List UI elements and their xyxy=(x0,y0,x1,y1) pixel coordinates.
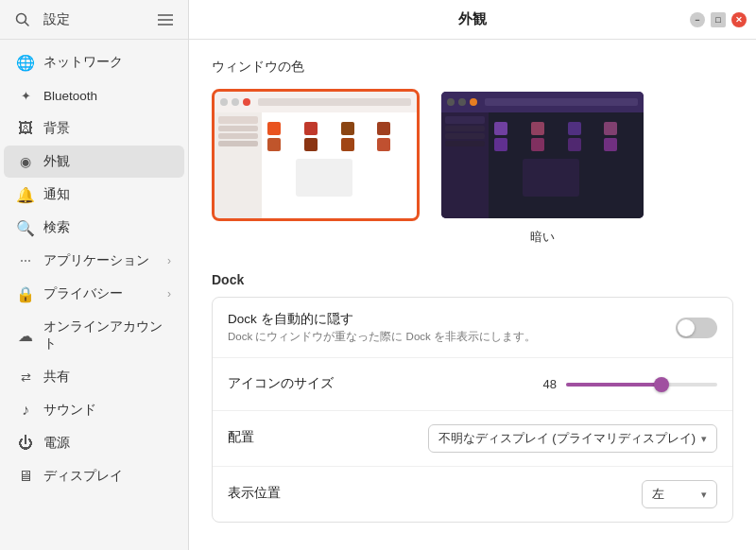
notifications-icon: 🔔 xyxy=(17,186,34,203)
svg-line-1 xyxy=(26,22,29,26)
minimize-button[interactable]: − xyxy=(690,12,705,27)
icon-size-control: 48 xyxy=(534,377,717,391)
close-button[interactable]: ✕ xyxy=(731,12,747,27)
position-chevron-icon: ▾ xyxy=(701,489,707,501)
sidebar-label-power: 電源 xyxy=(43,435,171,452)
auto-hide-toggle[interactable] xyxy=(676,318,717,338)
sidebar-label-sharing: 共有 xyxy=(43,369,171,386)
icon-size-slider[interactable] xyxy=(566,383,717,387)
position-info: 表示位置 xyxy=(228,485,642,504)
online-accounts-icon: ☁ xyxy=(17,327,34,344)
placement-control: 不明なディスプレイ (プライマリディスプレイ) ▾ xyxy=(428,424,717,453)
auto-hide-info: Dock を自動的に隠す Dock にウィンドウが重なった際に Dock を非表… xyxy=(228,311,676,344)
sidebar-item-display[interactable]: 🖥 ディスプレイ xyxy=(4,460,184,492)
placement-value: 不明なディスプレイ (プライマリディスプレイ) xyxy=(438,430,696,447)
color-options: 明るい xyxy=(212,89,733,246)
sidebar-nav: 🌐 ネットワーク ✦ Bluetooth 🖼 背景 ◉ 外観 🔔 通知 🔍 検索 xyxy=(0,40,188,550)
sidebar-item-network[interactable]: 🌐 ネットワーク xyxy=(4,46,184,78)
main-header: 外観 − □ ✕ xyxy=(189,0,756,40)
privacy-icon: 🔒 xyxy=(17,285,34,302)
sidebar-item-power[interactable]: ⏻ 電源 xyxy=(4,427,184,459)
light-preview-body xyxy=(215,112,417,218)
dark-main xyxy=(489,112,644,218)
sidebar-title: 設定 xyxy=(43,11,145,28)
dark-dot-2 xyxy=(458,98,466,106)
window-color-section: ウィンドウの色 xyxy=(212,59,733,246)
auto-hide-label: Dock を自動的に隠す xyxy=(228,311,676,328)
dock-row-position: 表示位置 左 ▾ xyxy=(213,467,732,522)
search-icon: 🔍 xyxy=(17,219,34,236)
dock-section: Dock Dock を自動的に隠す Dock にウィンドウが重なった際に Doc… xyxy=(212,272,733,523)
sidebar-item-notifications[interactable]: 🔔 通知 xyxy=(4,179,184,211)
menu-button[interactable] xyxy=(152,7,179,33)
color-option-dark[interactable]: 暗い xyxy=(438,89,646,246)
sidebar-label-applications: アプリケーション xyxy=(43,252,158,269)
sidebar-item-sound[interactable]: ♪ サウンド xyxy=(4,394,184,426)
sidebar-item-sharing[interactable]: ⇄ 共有 xyxy=(4,361,184,393)
preview-dot-1 xyxy=(220,98,228,106)
sound-icon: ♪ xyxy=(17,402,34,419)
sidebar: 設定 🌐 ネットワーク ✦ Bluetooth 🖼 背景 ◉ 外観 xyxy=(0,0,189,550)
window-controls: − □ ✕ xyxy=(690,12,747,27)
network-icon: 🌐 xyxy=(17,54,34,71)
light-main xyxy=(262,112,417,218)
dark-theme-label: 暗い xyxy=(530,229,555,246)
page-title: 外観 xyxy=(458,10,487,28)
dock-row-auto-hide: Dock を自動的に隠す Dock にウィンドウが重なった際に Dock を非表… xyxy=(213,298,732,358)
icon-size-value: 48 xyxy=(534,377,557,391)
sidebar-item-online-accounts[interactable]: ☁ オンラインアカウント xyxy=(4,311,184,360)
sidebar-item-bluetooth[interactable]: ✦ Bluetooth xyxy=(4,79,184,112)
sidebar-label-search: 検索 xyxy=(43,219,171,236)
dock-row-placement: 配置 不明なディスプレイ (プライマリディスプレイ) ▾ xyxy=(213,411,732,467)
sidebar-header: 設定 xyxy=(0,0,188,40)
sidebar-item-appearance[interactable]: ◉ 外観 xyxy=(4,146,184,178)
privacy-chevron-icon: › xyxy=(167,287,171,301)
slider-fill xyxy=(566,383,657,387)
placement-label: 配置 xyxy=(228,429,428,446)
sidebar-label-background: 背景 xyxy=(43,120,171,137)
sharing-icon: ⇄ xyxy=(17,369,34,386)
sidebar-item-applications[interactable]: ⋯ アプリケーション › xyxy=(4,245,184,277)
background-icon: 🖼 xyxy=(17,120,34,137)
sidebar-item-search[interactable]: 🔍 検索 xyxy=(4,212,184,244)
preview-dot-2 xyxy=(232,98,239,106)
appearance-icon: ◉ xyxy=(17,153,34,170)
placement-chevron-icon: ▾ xyxy=(701,433,707,445)
icon-size-label: アイコンのサイズ xyxy=(228,375,534,392)
search-button[interactable] xyxy=(9,7,36,33)
dark-dot-1 xyxy=(447,98,455,106)
icon-size-info: アイコンのサイズ xyxy=(228,375,534,394)
dock-settings-panel: Dock を自動的に隠す Dock にウィンドウが重なった際に Dock を非表… xyxy=(212,297,733,523)
light-sidebar xyxy=(215,112,262,218)
main-content: ウィンドウの色 xyxy=(189,40,756,550)
dock-title: Dock xyxy=(212,272,733,287)
preview-dot-close xyxy=(243,98,250,106)
sidebar-label-sound: サウンド xyxy=(43,402,171,419)
applications-chevron-icon: › xyxy=(167,254,171,267)
position-dropdown[interactable]: 左 ▾ xyxy=(642,480,717,508)
sidebar-label-privacy: プライバシー xyxy=(43,285,158,302)
applications-icon: ⋯ xyxy=(17,252,34,269)
dock-row-icon-size: アイコンのサイズ 48 xyxy=(213,358,732,411)
slider-thumb[interactable] xyxy=(654,377,669,392)
auto-hide-desc: Dock にウィンドウが重なった際に Dock を非表示にします。 xyxy=(228,330,676,344)
bluetooth-icon: ✦ xyxy=(17,87,34,104)
sidebar-item-background[interactable]: 🖼 背景 xyxy=(4,112,184,145)
power-icon: ⏻ xyxy=(17,435,34,452)
sidebar-item-privacy[interactable]: 🔒 プライバシー › xyxy=(4,278,184,310)
auto-hide-control xyxy=(676,318,717,338)
light-titlebar xyxy=(215,92,417,112)
sidebar-label-online-accounts: オンラインアカウント xyxy=(43,318,171,352)
dark-theme-preview xyxy=(438,89,646,221)
dark-preview-body xyxy=(441,112,644,218)
light-theme-label: 明るい xyxy=(215,218,417,221)
dark-sidebar xyxy=(441,112,489,218)
position-value: 左 xyxy=(652,486,664,503)
placement-info: 配置 xyxy=(228,429,428,448)
light-theme-preview: 明るい xyxy=(212,89,420,221)
color-option-light[interactable]: 明るい xyxy=(212,89,420,246)
maximize-button[interactable]: □ xyxy=(711,12,726,27)
display-icon: 🖥 xyxy=(17,468,34,485)
dark-dot-close xyxy=(470,98,477,106)
placement-dropdown[interactable]: 不明なディスプレイ (プライマリディスプレイ) ▾ xyxy=(428,424,717,453)
